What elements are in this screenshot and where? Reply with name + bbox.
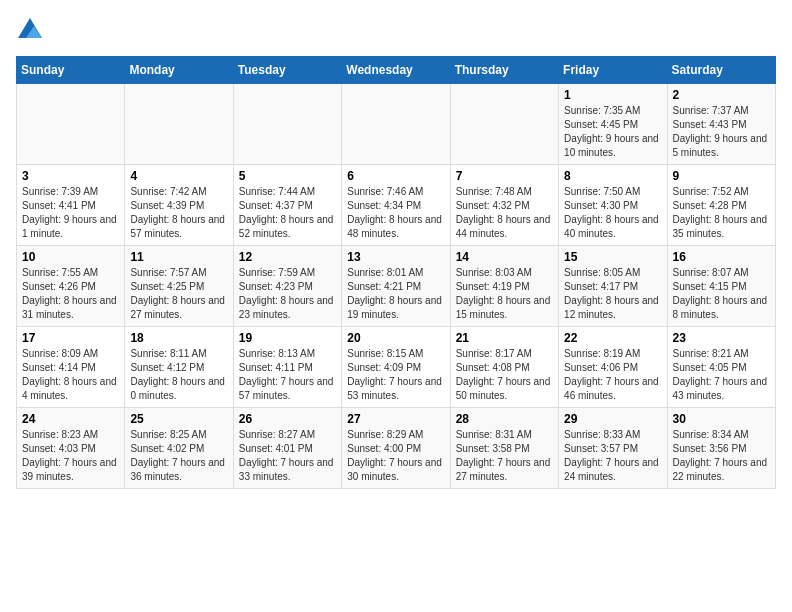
calendar-cell: 16Sunrise: 8:07 AMSunset: 4:15 PMDayligh… xyxy=(667,246,775,327)
day-number: 30 xyxy=(673,412,770,426)
day-info: Sunrise: 8:34 AMSunset: 3:56 PMDaylight:… xyxy=(673,428,770,484)
day-info: Sunrise: 8:25 AMSunset: 4:02 PMDaylight:… xyxy=(130,428,227,484)
day-number: 23 xyxy=(673,331,770,345)
day-number: 22 xyxy=(564,331,661,345)
day-number: 4 xyxy=(130,169,227,183)
calendar-cell xyxy=(17,84,125,165)
weekday-header-thursday: Thursday xyxy=(450,57,558,84)
day-info: Sunrise: 7:52 AMSunset: 4:28 PMDaylight:… xyxy=(673,185,770,241)
day-number: 15 xyxy=(564,250,661,264)
day-number: 2 xyxy=(673,88,770,102)
day-info: Sunrise: 7:46 AMSunset: 4:34 PMDaylight:… xyxy=(347,185,444,241)
page-header xyxy=(16,16,776,44)
weekday-header-tuesday: Tuesday xyxy=(233,57,341,84)
calendar-cell: 28Sunrise: 8:31 AMSunset: 3:58 PMDayligh… xyxy=(450,408,558,489)
day-number: 20 xyxy=(347,331,444,345)
day-number: 25 xyxy=(130,412,227,426)
calendar-cell xyxy=(342,84,450,165)
calendar-cell: 18Sunrise: 8:11 AMSunset: 4:12 PMDayligh… xyxy=(125,327,233,408)
day-info: Sunrise: 8:21 AMSunset: 4:05 PMDaylight:… xyxy=(673,347,770,403)
weekday-header-monday: Monday xyxy=(125,57,233,84)
day-number: 12 xyxy=(239,250,336,264)
calendar-cell: 1Sunrise: 7:35 AMSunset: 4:45 PMDaylight… xyxy=(559,84,667,165)
weekday-header-friday: Friday xyxy=(559,57,667,84)
weekday-header-wednesday: Wednesday xyxy=(342,57,450,84)
calendar-cell: 25Sunrise: 8:25 AMSunset: 4:02 PMDayligh… xyxy=(125,408,233,489)
calendar-cell: 6Sunrise: 7:46 AMSunset: 4:34 PMDaylight… xyxy=(342,165,450,246)
day-info: Sunrise: 7:37 AMSunset: 4:43 PMDaylight:… xyxy=(673,104,770,160)
day-number: 18 xyxy=(130,331,227,345)
day-number: 14 xyxy=(456,250,553,264)
calendar-cell: 30Sunrise: 8:34 AMSunset: 3:56 PMDayligh… xyxy=(667,408,775,489)
day-info: Sunrise: 8:23 AMSunset: 4:03 PMDaylight:… xyxy=(22,428,119,484)
calendar-cell: 21Sunrise: 8:17 AMSunset: 4:08 PMDayligh… xyxy=(450,327,558,408)
day-number: 13 xyxy=(347,250,444,264)
day-number: 7 xyxy=(456,169,553,183)
logo xyxy=(16,16,48,44)
day-info: Sunrise: 7:35 AMSunset: 4:45 PMDaylight:… xyxy=(564,104,661,160)
calendar-cell: 12Sunrise: 7:59 AMSunset: 4:23 PMDayligh… xyxy=(233,246,341,327)
day-number: 19 xyxy=(239,331,336,345)
calendar-cell: 7Sunrise: 7:48 AMSunset: 4:32 PMDaylight… xyxy=(450,165,558,246)
calendar-cell: 17Sunrise: 8:09 AMSunset: 4:14 PMDayligh… xyxy=(17,327,125,408)
calendar-cell xyxy=(125,84,233,165)
day-number: 16 xyxy=(673,250,770,264)
calendar-cell: 10Sunrise: 7:55 AMSunset: 4:26 PMDayligh… xyxy=(17,246,125,327)
day-info: Sunrise: 8:03 AMSunset: 4:19 PMDaylight:… xyxy=(456,266,553,322)
calendar-cell: 3Sunrise: 7:39 AMSunset: 4:41 PMDaylight… xyxy=(17,165,125,246)
weekday-header-sunday: Sunday xyxy=(17,57,125,84)
day-info: Sunrise: 8:27 AMSunset: 4:01 PMDaylight:… xyxy=(239,428,336,484)
day-info: Sunrise: 7:57 AMSunset: 4:25 PMDaylight:… xyxy=(130,266,227,322)
calendar-cell: 29Sunrise: 8:33 AMSunset: 3:57 PMDayligh… xyxy=(559,408,667,489)
day-info: Sunrise: 7:42 AMSunset: 4:39 PMDaylight:… xyxy=(130,185,227,241)
calendar-cell: 8Sunrise: 7:50 AMSunset: 4:30 PMDaylight… xyxy=(559,165,667,246)
day-info: Sunrise: 7:39 AMSunset: 4:41 PMDaylight:… xyxy=(22,185,119,241)
day-info: Sunrise: 7:59 AMSunset: 4:23 PMDaylight:… xyxy=(239,266,336,322)
calendar: SundayMondayTuesdayWednesdayThursdayFrid… xyxy=(16,56,776,489)
day-info: Sunrise: 8:01 AMSunset: 4:21 PMDaylight:… xyxy=(347,266,444,322)
day-info: Sunrise: 8:05 AMSunset: 4:17 PMDaylight:… xyxy=(564,266,661,322)
day-number: 10 xyxy=(22,250,119,264)
calendar-cell: 26Sunrise: 8:27 AMSunset: 4:01 PMDayligh… xyxy=(233,408,341,489)
calendar-cell: 11Sunrise: 7:57 AMSunset: 4:25 PMDayligh… xyxy=(125,246,233,327)
week-row: 1Sunrise: 7:35 AMSunset: 4:45 PMDaylight… xyxy=(17,84,776,165)
day-info: Sunrise: 8:17 AMSunset: 4:08 PMDaylight:… xyxy=(456,347,553,403)
day-info: Sunrise: 7:50 AMSunset: 4:30 PMDaylight:… xyxy=(564,185,661,241)
day-number: 5 xyxy=(239,169,336,183)
day-number: 17 xyxy=(22,331,119,345)
day-number: 24 xyxy=(22,412,119,426)
weekday-header-saturday: Saturday xyxy=(667,57,775,84)
day-number: 3 xyxy=(22,169,119,183)
day-info: Sunrise: 7:48 AMSunset: 4:32 PMDaylight:… xyxy=(456,185,553,241)
calendar-cell: 27Sunrise: 8:29 AMSunset: 4:00 PMDayligh… xyxy=(342,408,450,489)
calendar-cell: 15Sunrise: 8:05 AMSunset: 4:17 PMDayligh… xyxy=(559,246,667,327)
week-row: 17Sunrise: 8:09 AMSunset: 4:14 PMDayligh… xyxy=(17,327,776,408)
day-number: 28 xyxy=(456,412,553,426)
weekday-header-row: SundayMondayTuesdayWednesdayThursdayFrid… xyxy=(17,57,776,84)
day-number: 29 xyxy=(564,412,661,426)
calendar-cell: 20Sunrise: 8:15 AMSunset: 4:09 PMDayligh… xyxy=(342,327,450,408)
day-info: Sunrise: 7:55 AMSunset: 4:26 PMDaylight:… xyxy=(22,266,119,322)
day-number: 6 xyxy=(347,169,444,183)
day-info: Sunrise: 8:11 AMSunset: 4:12 PMDaylight:… xyxy=(130,347,227,403)
calendar-cell: 5Sunrise: 7:44 AMSunset: 4:37 PMDaylight… xyxy=(233,165,341,246)
calendar-cell: 19Sunrise: 8:13 AMSunset: 4:11 PMDayligh… xyxy=(233,327,341,408)
logo-icon xyxy=(16,16,44,44)
calendar-cell: 14Sunrise: 8:03 AMSunset: 4:19 PMDayligh… xyxy=(450,246,558,327)
day-number: 9 xyxy=(673,169,770,183)
day-info: Sunrise: 8:29 AMSunset: 4:00 PMDaylight:… xyxy=(347,428,444,484)
day-number: 26 xyxy=(239,412,336,426)
day-number: 11 xyxy=(130,250,227,264)
calendar-cell: 9Sunrise: 7:52 AMSunset: 4:28 PMDaylight… xyxy=(667,165,775,246)
calendar-cell: 24Sunrise: 8:23 AMSunset: 4:03 PMDayligh… xyxy=(17,408,125,489)
calendar-cell: 22Sunrise: 8:19 AMSunset: 4:06 PMDayligh… xyxy=(559,327,667,408)
week-row: 3Sunrise: 7:39 AMSunset: 4:41 PMDaylight… xyxy=(17,165,776,246)
day-number: 1 xyxy=(564,88,661,102)
day-number: 27 xyxy=(347,412,444,426)
day-info: Sunrise: 8:07 AMSunset: 4:15 PMDaylight:… xyxy=(673,266,770,322)
calendar-cell: 23Sunrise: 8:21 AMSunset: 4:05 PMDayligh… xyxy=(667,327,775,408)
day-info: Sunrise: 7:44 AMSunset: 4:37 PMDaylight:… xyxy=(239,185,336,241)
calendar-cell xyxy=(450,84,558,165)
calendar-cell xyxy=(233,84,341,165)
day-info: Sunrise: 8:19 AMSunset: 4:06 PMDaylight:… xyxy=(564,347,661,403)
